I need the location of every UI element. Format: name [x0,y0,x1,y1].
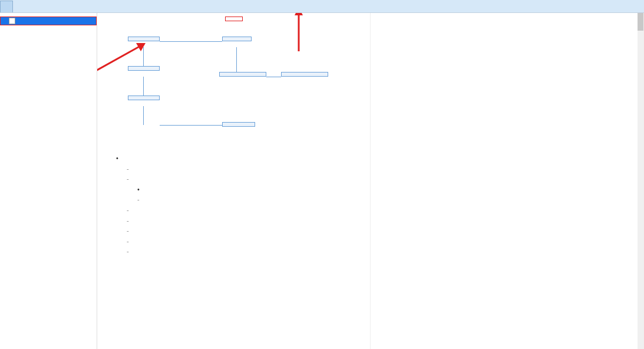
diagram-message-box [128,37,160,41]
scrollbar-track[interactable] [638,13,643,349]
left-pane [97,13,371,349]
collapse-icon[interactable] [9,18,15,24]
diagram-message-box [128,96,160,100]
diagram-looper-box [222,37,252,41]
scrollbar-thumb[interactable] [638,13,643,31]
toc-highlight-box [0,17,97,25]
toc-item-selected[interactable] [1,17,96,25]
chapter-title [225,17,243,21]
diagram-dispatch-box [219,72,266,77]
sidebar-toc [0,13,97,349]
diagram-message-box [128,66,160,71]
diagram-handle-box [281,72,328,77]
tab-active[interactable] [0,1,13,12]
diagram-handler-box [222,122,255,127]
tab-bar [0,0,644,13]
outline-list [116,153,362,257]
right-code-pane [371,13,644,349]
handler-diagram [122,31,346,149]
add-tab-button[interactable] [13,5,20,8]
